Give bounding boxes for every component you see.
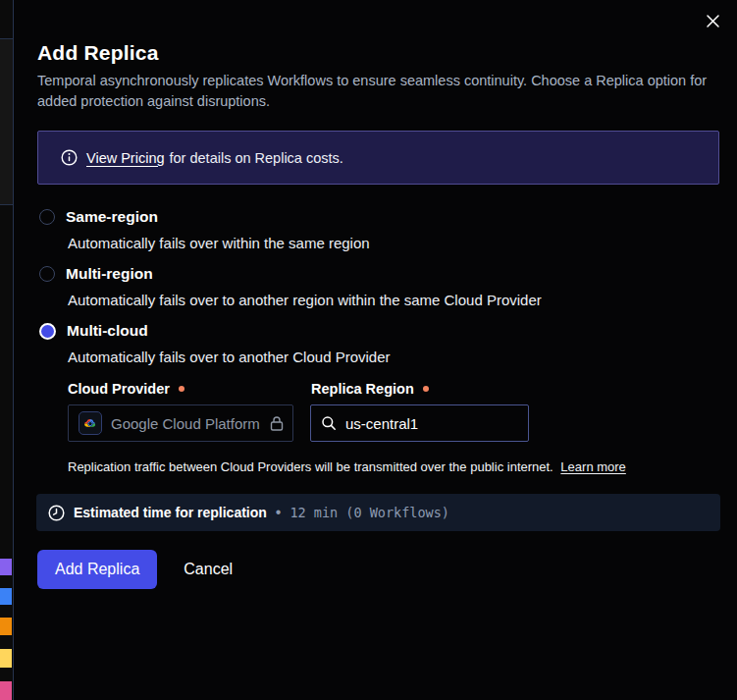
cloud-provider-field: Google Cloud Platform [68,404,293,442]
field-labels-row: Cloud Provider Replica Region [68,381,719,397]
public-internet-note: Replication traffic between Cloud Provid… [68,459,719,474]
note-text: Replication traffic between Cloud Provid… [68,459,553,474]
estimate-separator: • [276,504,282,521]
option-description: Automatically fails over to another regi… [68,292,719,308]
option-description: Automatically fails over within the same… [68,235,719,251]
gcp-logo-icon [79,411,102,435]
cloud-provider-label: Cloud Provider [68,381,311,397]
option-description: Automatically fails over to another Clou… [68,349,719,365]
option-same-region: Same-region Automatically fails over wit… [37,208,719,251]
radio-circle-icon[interactable] [39,323,56,340]
radio-multi-cloud[interactable]: Multi-cloud [37,322,719,340]
radio-circle-icon[interactable] [39,209,55,225]
close-icon [706,14,720,28]
option-multi-region: Multi-region Automatically fails over to… [37,265,719,308]
replica-options-group: Same-region Automatically fails over wit… [37,208,719,474]
add-replica-button[interactable]: Add Replica [37,550,157,589]
info-icon [61,149,78,166]
close-button[interactable] [701,9,724,32]
nav-color-block [0,618,12,635]
option-label: Multi-cloud [67,322,148,340]
required-dot-icon [423,386,429,392]
pricing-banner-text: for details on Replica costs. [170,150,343,166]
pricing-info-banner: View Pricing for details on Replica cost… [37,131,719,185]
required-dot-icon [179,386,184,392]
cloud-provider-value: Google Cloud Platform [111,415,260,432]
radio-circle-icon[interactable] [39,266,55,282]
view-pricing-link[interactable]: View Pricing [86,150,165,166]
radio-multi-region[interactable]: Multi-region [37,265,719,283]
option-label: Same-region [66,208,158,226]
replica-region-label: Replica Region [311,381,429,397]
learn-more-link[interactable]: Learn more [560,459,625,474]
nav-color-block [0,588,12,605]
fields-row: Google Cloud Platform [68,404,719,442]
nav-color-block [0,649,12,668]
page-title: Add Replica [37,41,719,65]
cloud-provider-label-text: Cloud Provider [68,381,170,397]
replica-region-label-text: Replica Region [311,381,414,397]
modal-actions: Add Replica Cancel [37,550,719,589]
lock-icon [269,415,285,432]
clock-icon [48,505,65,521]
estimate-value: 12 min (0 Workflows) [290,505,449,520]
estimate-banner: Estimated time for replication • 12 min … [36,494,720,531]
radio-same-region[interactable]: Same-region [37,208,719,226]
modal-description: Temporal asynchronously replicates Workf… [37,71,718,111]
nav-color-block [0,681,12,700]
replica-region-input[interactable] [345,415,502,432]
background-page-strip [0,0,13,700]
background-nav-panel [0,38,13,205]
option-multi-cloud: Multi-cloud Automatically fails over to … [37,322,719,474]
nav-color-block [0,559,12,575]
option-label: Multi-region [66,265,153,283]
replica-region-field[interactable] [310,404,529,442]
search-icon [321,415,337,431]
estimate-label: Estimated time for replication [74,505,267,520]
cancel-button[interactable]: Cancel [184,561,233,578]
add-replica-modal: Add Replica Temporal asynchronously repl… [13,0,737,700]
